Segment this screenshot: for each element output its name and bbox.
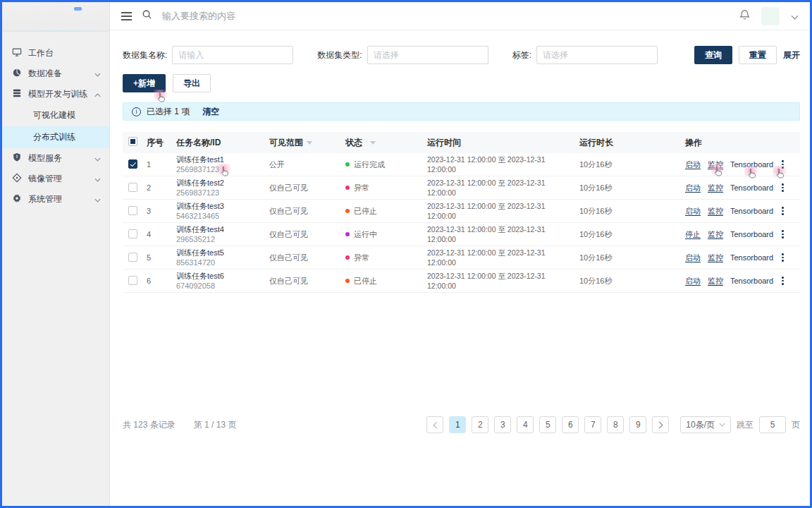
clear-selection-link[interactable]: 清空 (202, 106, 219, 118)
row-checkbox[interactable] (128, 229, 137, 238)
task-name[interactable]: 训练任务test1 (176, 155, 265, 164)
start-stop-link[interactable]: 启动 (685, 206, 701, 217)
reset-button[interactable]: 重置 (739, 46, 777, 64)
prev-page-button[interactable] (426, 416, 443, 433)
task-name-cell: 训练任务test1 2569837123 (176, 155, 269, 174)
search-icon[interactable] (142, 9, 152, 23)
sidebar-item-model-dev[interactable]: 模型开发与训练 (2, 84, 109, 104)
tensorboard-link[interactable]: Tensorboard (730, 277, 773, 285)
export-button[interactable]: 导出 (173, 74, 211, 92)
row-checkbox[interactable] (128, 276, 137, 285)
chevron-down-icon[interactable] (791, 10, 799, 23)
page-button[interactable]: 6 (562, 416, 579, 433)
sidebar: 工作台 数据准备 模型开发与训练 可视化建模 分布式训练 模型服务 镜像管理 (2, 2, 110, 506)
more-actions-icon[interactable] (780, 159, 785, 170)
monitor-link[interactable]: 监控 (708, 183, 723, 193)
start-stop-link[interactable]: 启动 (685, 253, 701, 263)
table-row: 4 训练任务test4 296535212 仅自己可见 运行中 2023-12-… (123, 223, 800, 246)
task-name-cell: 训练任务test2 2569837123 (176, 178, 269, 198)
page-size-select[interactable]: 10条/页 (680, 416, 731, 433)
pagination: 共 123 条记录 第 1 / 13 页 1 2 3 4 5 6 7 (123, 416, 800, 433)
task-name[interactable]: 训练任务test3 (176, 201, 265, 211)
status-cell: 运行中 (345, 229, 427, 240)
sidebar-item-model-service[interactable]: 模型服务 (2, 148, 109, 169)
task-name[interactable]: 训练任务test4 (176, 224, 265, 234)
add-button[interactable]: +新增 (123, 74, 166, 92)
start-stop-link[interactable]: 停止 (685, 229, 701, 240)
select-all-checkbox[interactable] (128, 137, 137, 146)
row-checkbox[interactable] (128, 253, 137, 262)
chevron-down-icon (94, 154, 101, 164)
column-header-filterable[interactable]: 状态 (345, 137, 427, 149)
task-name[interactable]: 训练任务test5 (176, 248, 265, 258)
column-header-filterable[interactable]: 可见范围 (269, 137, 345, 149)
tag-label: 标签: (512, 49, 531, 61)
start-stop-link[interactable]: 启动 (685, 183, 701, 193)
start-stop-link[interactable]: 启动 (685, 276, 701, 286)
monitor-link[interactable]: 监控 (708, 206, 723, 217)
dataset-name-label: 数据集名称: (123, 49, 167, 61)
jump-page-input[interactable] (759, 416, 786, 433)
row-checkbox[interactable] (128, 183, 137, 192)
sidebar-item-workbench[interactable]: 工作台 (2, 43, 109, 64)
start-stop-link[interactable]: 启动 (685, 159, 701, 170)
more-actions-icon[interactable] (780, 182, 785, 193)
row-index: 4 (147, 230, 176, 238)
dataset-type-select[interactable] (367, 46, 488, 64)
monitor-link[interactable]: 监控 (708, 276, 723, 286)
sidebar-item-label: 模型服务 (28, 152, 62, 164)
sidebar-item-data-prep[interactable]: 数据准备 (2, 64, 109, 84)
dataset-name-input[interactable] (172, 46, 293, 64)
duration-cell: 10分16秒 (579, 253, 685, 263)
duration-cell: 10分16秒 (579, 183, 685, 193)
table-header: 序号 任务名称/ID 可见范围 状态 运行时间 运行时长 操作 (123, 132, 800, 153)
next-page-button[interactable] (652, 416, 669, 433)
monitor-link[interactable]: 监控 (708, 229, 723, 240)
monitor-link[interactable]: 监控 (708, 159, 723, 170)
task-id: 5463213465 (176, 211, 265, 221)
filter-caret-icon[interactable] (370, 141, 376, 145)
page-button[interactable]: 9 (629, 416, 646, 433)
global-search-input[interactable] (162, 11, 388, 21)
hamburger-icon[interactable] (121, 12, 132, 20)
monitor-link[interactable]: 监控 (708, 253, 723, 263)
task-name[interactable]: 训练任务test6 (176, 271, 265, 281)
sidebar-item-image-mgmt[interactable]: 镜像管理 (2, 169, 109, 189)
sidebar-item-system-mgmt[interactable]: 系统管理 (2, 189, 109, 210)
status-cell: 异常 (345, 253, 427, 263)
expand-link[interactable]: 展开 (783, 49, 800, 61)
sidebar-item-visual-modeling[interactable]: 可视化建模 (2, 104, 109, 126)
row-checkbox[interactable] (128, 206, 137, 215)
sidebar-item-distributed-training[interactable]: 分布式训练 (2, 126, 109, 148)
tensorboard-link[interactable]: Tensorboard (730, 230, 773, 238)
task-name[interactable]: 训练任务test2 (176, 178, 265, 188)
tensorboard-link[interactable]: Tensorboard (730, 253, 773, 262)
page-button[interactable]: 4 (517, 416, 534, 433)
page-button[interactable]: 7 (584, 416, 601, 433)
more-actions-icon[interactable] (780, 205, 785, 217)
tensorboard-link[interactable]: Tensorboard (730, 183, 773, 192)
page-button[interactable]: 2 (472, 416, 488, 433)
status-text: 异常 (354, 183, 369, 193)
tensorboard-link[interactable]: Tensorboard (730, 160, 773, 169)
page-button[interactable]: 5 (539, 416, 556, 433)
more-actions-icon[interactable] (780, 252, 785, 263)
visibility-cell: 仅自己可见 (269, 276, 345, 286)
filter-caret-icon[interactable] (307, 141, 312, 145)
bell-icon[interactable] (739, 9, 750, 23)
more-actions-icon[interactable] (780, 275, 785, 286)
row-checkbox[interactable] (128, 159, 137, 169)
chevron-up-icon (94, 90, 101, 99)
content: 数据集名称: 数据集类型: 标签: 查询 重置 展开 +新增 导出 (110, 30, 810, 506)
page-button[interactable]: 3 (494, 416, 511, 433)
avatar[interactable] (761, 7, 780, 25)
tasks-table: 序号 任务名称/ID 可见范围 状态 运行时间 运行时长 操作 1 训练任务te… (123, 132, 800, 293)
selection-text: 已选择 1 项 (147, 106, 190, 118)
sidebar-item-label: 系统管理 (28, 193, 62, 205)
page-button[interactable]: 1 (449, 416, 466, 433)
tag-select[interactable] (536, 46, 658, 64)
tensorboard-link[interactable]: Tensorboard (730, 207, 773, 215)
search-button[interactable]: 查询 (694, 46, 732, 64)
page-button[interactable]: 8 (607, 416, 624, 433)
more-actions-icon[interactable] (780, 229, 785, 240)
